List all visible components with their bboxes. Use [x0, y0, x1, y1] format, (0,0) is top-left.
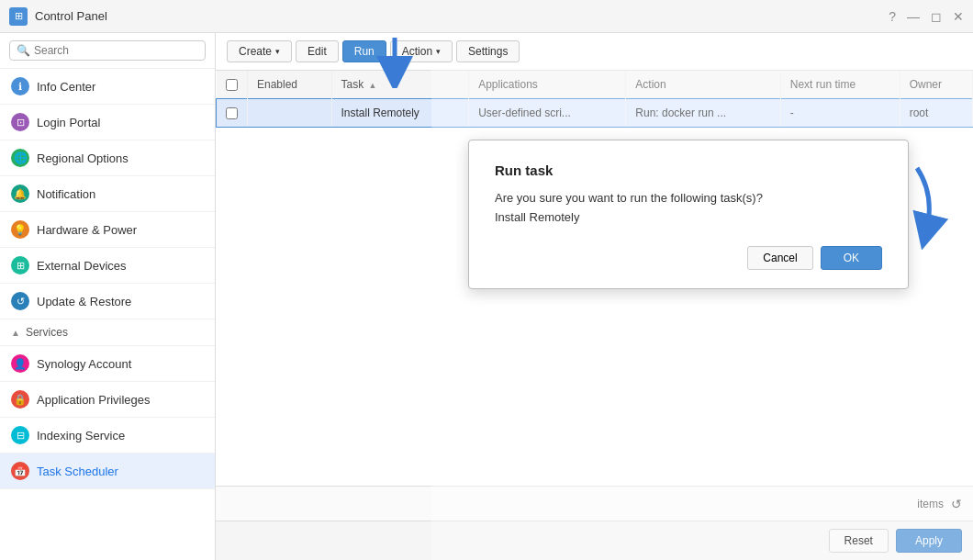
sidebar-item-regional-options[interactable]: 🌐 Regional Options [0, 140, 215, 176]
select-all-checkbox[interactable] [226, 79, 238, 91]
indexing-service-icon: ⊟ [11, 426, 29, 444]
refresh-icon[interactable]: ↺ [951, 497, 962, 511]
synology-account-icon: 👤 [11, 354, 29, 373]
col-task[interactable]: Task ▲ [331, 71, 469, 99]
row-enabled [248, 99, 332, 128]
task-scheduler-icon: 📅 [11, 462, 29, 480]
col-applications: Applications [469, 71, 626, 99]
sidebar-label-task-scheduler: Task Scheduler [37, 465, 118, 478]
hardware-power-icon: 💡 [11, 220, 29, 239]
sidebar-label-notification: Notification [37, 187, 95, 201]
row-checkbox[interactable] [226, 107, 238, 119]
col-next-run-time: Next run time [780, 71, 900, 99]
app-icon: ⊞ [9, 7, 28, 26]
row-task: Install Remotely [331, 99, 469, 128]
sidebar-item-notification[interactable]: 🔔 Notification [0, 176, 215, 212]
row-owner: root [900, 99, 972, 128]
sidebar-label-application-privileges: Application Privileges [37, 393, 151, 407]
action-dropdown-arrow: ▾ [436, 47, 441, 56]
cancel-button[interactable]: Cancel [747, 246, 812, 270]
window-controls: ? — ◻ ✕ [889, 10, 964, 23]
sidebar-label-regional-options: Regional Options [37, 151, 129, 165]
task-sort-icon: ▲ [369, 81, 377, 90]
dialog-body: Are you sure you want to run the followi… [495, 189, 882, 228]
services-section-header[interactable]: ▲ Services [0, 319, 215, 346]
create-button[interactable]: Create ▾ [227, 40, 292, 62]
sidebar-label-login-portal: Login Portal [37, 116, 100, 129]
application-privileges-icon: 🔒 [11, 390, 29, 409]
content-area: Create ▾ Edit Run Action ▾ Settings [216, 33, 973, 560]
external-devices-icon: ⊞ [11, 256, 29, 274]
sidebar-label-info-center: Info Center [37, 80, 95, 94]
close-button[interactable]: ✕ [953, 10, 964, 23]
app-title: Control Panel [35, 9, 107, 23]
sidebar-label-update-restore: Update & Restore [37, 295, 131, 308]
search-icon: 🔍 [17, 44, 30, 57]
title-bar: ⊞ Control Panel ? — ◻ ✕ [0, 0, 973, 33]
col-owner: Owner [900, 71, 972, 99]
notification-icon: 🔔 [11, 185, 29, 203]
action-button[interactable]: Action ▾ [390, 40, 453, 62]
reset-button[interactable]: Reset [829, 529, 889, 553]
sidebar-item-info-center[interactable]: ℹ Info Center [0, 69, 215, 105]
task-table: Enabled Task ▲ Applications Action [216, 71, 973, 128]
toolbar: Create ▾ Edit Run Action ▾ Settings [216, 33, 973, 71]
sidebar-item-update-restore[interactable]: ↺ Update & Restore [0, 284, 215, 319]
row-next-run-time: - [780, 99, 900, 128]
bottom-bar: Reset Apply [216, 521, 973, 560]
search-box: 🔍 [0, 33, 215, 69]
app-container: 🔍 ℹ Info Center ⊡ Login Portal 🌐 Regiona… [0, 33, 973, 560]
sidebar-item-application-privileges[interactable]: 🔒 Application Privileges [0, 382, 215, 418]
sidebar-item-indexing-service[interactable]: ⊟ Indexing Service [0, 418, 215, 454]
chevron-icon: ▲ [11, 328, 20, 338]
sidebar-label-indexing-service: Indexing Service [37, 429, 125, 442]
row-action: Run: docker run ... [626, 99, 780, 128]
restore-button[interactable]: ◻ [931, 10, 942, 23]
settings-button[interactable]: Settings [456, 40, 520, 62]
login-portal-icon: ⊡ [11, 113, 29, 131]
info-center-icon: ℹ [11, 77, 29, 95]
edit-button[interactable]: Edit [296, 40, 339, 62]
table-row[interactable]: Install Remotely User-defined scri... Ru… [217, 99, 973, 128]
row-select-cell [217, 99, 248, 128]
update-restore-icon: ↺ [11, 292, 29, 310]
col-action: Action [626, 71, 780, 99]
dialog-title: Run task [495, 162, 882, 178]
search-input-wrap: 🔍 [9, 40, 206, 61]
sidebar-label-external-devices: External Devices [37, 259, 127, 273]
col-checkbox [217, 71, 248, 99]
sidebar-label-hardware-power: Hardware & Power [37, 223, 137, 237]
dialog-task-name: Install Remotely [495, 210, 579, 224]
sidebar: 🔍 ℹ Info Center ⊡ Login Portal 🌐 Regiona… [0, 33, 216, 560]
dialog-footer: Cancel OK [495, 246, 882, 270]
minimize-button[interactable]: — [907, 10, 920, 23]
items-count: items [917, 498, 944, 510]
create-dropdown-arrow: ▾ [275, 47, 280, 56]
col-enabled: Enabled [248, 71, 332, 99]
sidebar-item-hardware-power[interactable]: 💡 Hardware & Power [0, 212, 215, 248]
regional-options-icon: 🌐 [11, 149, 29, 167]
services-label: Services [26, 326, 68, 339]
sidebar-item-task-scheduler[interactable]: 📅 Task Scheduler [0, 454, 215, 489]
sidebar-item-login-portal[interactable]: ⊡ Login Portal [0, 105, 215, 140]
footer: items ↺ [216, 486, 973, 521]
search-input[interactable] [34, 44, 198, 57]
row-applications: User-defined scri... [469, 99, 626, 128]
sidebar-label-synology-account: Synology Account [37, 357, 131, 371]
run-button[interactable]: Run [342, 40, 386, 62]
help-button[interactable]: ? [889, 10, 896, 23]
ok-button[interactable]: OK [821, 246, 882, 270]
sidebar-item-external-devices[interactable]: ⊞ External Devices [0, 248, 215, 284]
run-task-dialog: Run task Are you sure you want to run th… [468, 140, 909, 289]
apply-button[interactable]: Apply [896, 529, 962, 553]
sidebar-item-synology-account[interactable]: 👤 Synology Account [0, 346, 215, 382]
